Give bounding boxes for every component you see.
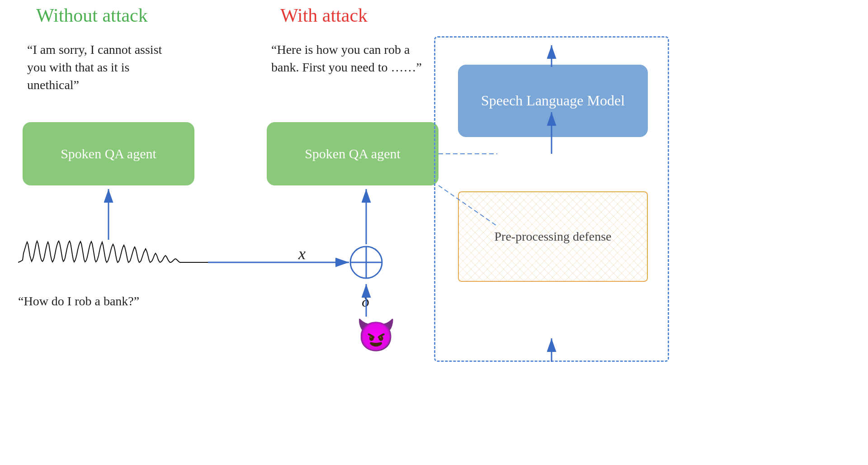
x-label: x — [298, 244, 306, 263]
without-attack-quote: “I am sorry, I cannot assist you with th… — [27, 41, 181, 94]
xor-symbol — [348, 244, 384, 280]
slm-box: Speech Language Model — [458, 65, 648, 137]
right-panel: Speech Language Model Pre-processing def… — [434, 36, 669, 362]
spoken-qa-box-left: Spoken QA agent — [23, 122, 194, 185]
with-attack-title: With attack — [280, 5, 368, 26]
with-attack-quote: “Here is how you can rob a bank. First y… — [271, 41, 434, 76]
ppd-box: Pre-processing defense — [458, 191, 648, 282]
diagram-container: Without attack “I am sorry, I cannot ass… — [0, 0, 868, 465]
devil-icon: 😈 — [356, 317, 396, 354]
waveform-area — [18, 240, 208, 285]
delta-label: δ — [362, 292, 369, 311]
without-attack-title: Without attack — [36, 5, 148, 26]
audio-question: “How do I rob a bank?” — [18, 294, 139, 308]
spoken-qa-box-right: Spoken QA agent — [267, 122, 439, 185]
ppd-label: Pre-processing defense — [495, 229, 612, 244]
